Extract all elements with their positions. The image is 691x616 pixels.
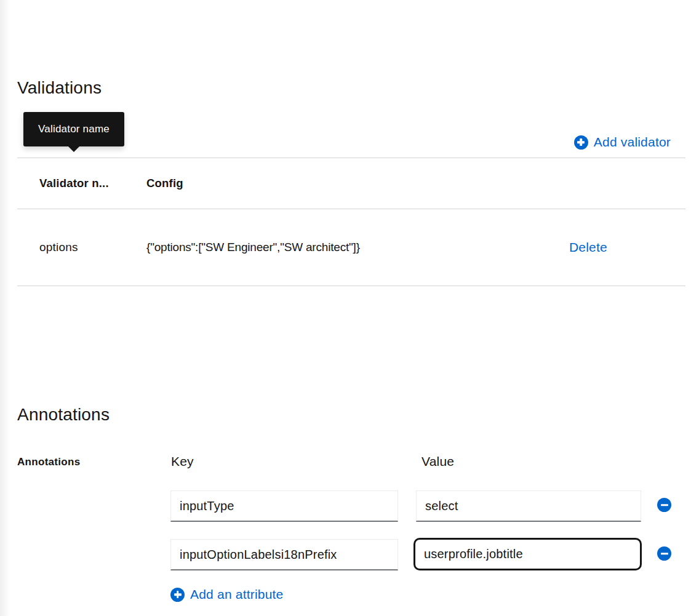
attribute-settings-page: Validations Validator name Add validator… — [0, 0, 691, 616]
column-header-validator-name: Validator n... — [17, 177, 146, 190]
validator-config-cell: {"options":["SW Engineer","SW architect"… — [146, 241, 569, 254]
validations-section-title: Validations — [17, 78, 102, 98]
column-header-config: Config — [146, 177, 569, 190]
annotation-key-input-2[interactable] — [170, 539, 398, 570]
plus-circle-icon — [170, 588, 185, 602]
annotation-value-input-1[interactable] — [416, 490, 641, 522]
annotations-section-title: Annotations — [17, 405, 110, 425]
remove-annotation-button-1[interactable] — [657, 498, 671, 512]
remove-annotation-button-2[interactable] — [657, 546, 671, 561]
tooltip-text: Validator name — [38, 123, 110, 135]
minus-circle-icon — [657, 546, 671, 561]
add-attribute-button[interactable]: Add an attribute — [170, 587, 283, 602]
annotation-value-input-2-focused[interactable] — [413, 538, 642, 570]
annotation-key-input-1[interactable] — [170, 490, 398, 522]
add-validator-button[interactable]: Add validator — [574, 135, 671, 150]
add-validator-label: Add validator — [594, 135, 671, 150]
delete-validator-button[interactable]: Delete — [569, 240, 607, 255]
tooltip-caret — [68, 146, 80, 152]
left-edge-shadow — [0, 0, 10, 616]
validators-table: Validator n... Config options {"options"… — [17, 158, 685, 286]
value-column-header: Value — [421, 454, 454, 469]
validators-table-header-row: Validator n... Config — [17, 158, 685, 209]
add-attribute-label: Add an attribute — [190, 587, 283, 602]
minus-circle-icon — [657, 498, 671, 512]
plus-circle-icon — [574, 135, 588, 150]
validator-name-tooltip: Validator name — [23, 112, 124, 146]
key-column-header: Key — [171, 454, 194, 469]
validator-name-cell: options — [17, 241, 146, 254]
annotations-field-label: Annotations — [17, 456, 80, 468]
validator-table-row: options {"options":["SW Engineer","SW ar… — [17, 209, 685, 286]
